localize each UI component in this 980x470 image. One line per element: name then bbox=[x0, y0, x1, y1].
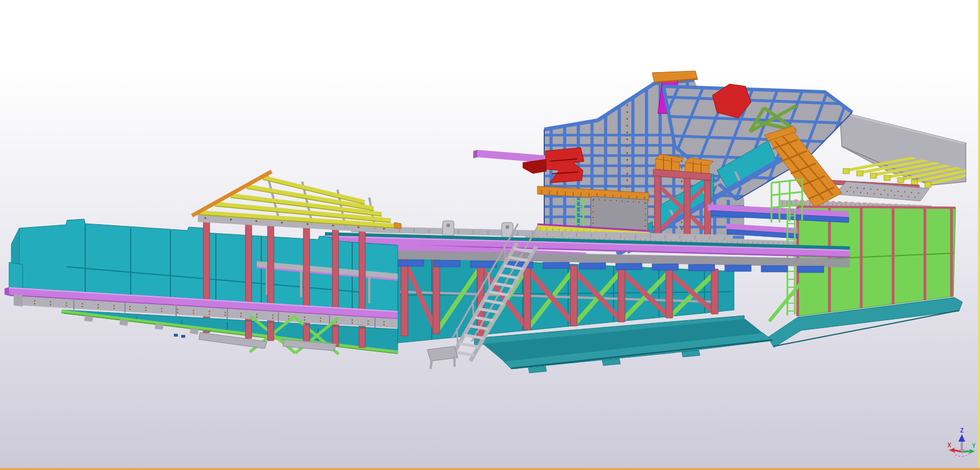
axis-x-label: X bbox=[948, 442, 952, 448]
axis-y-label: Y bbox=[972, 443, 976, 449]
axis-x-arm bbox=[954, 450, 962, 452]
model-canvas[interactable]: Z X Y bbox=[0, 0, 980, 470]
window-edge-bottom bbox=[0, 468, 980, 470]
axis-y-arm bbox=[962, 451, 970, 452]
axis-z-arrowhead-icon bbox=[958, 434, 965, 442]
cad-viewport-3d[interactable]: Z X Y bbox=[0, 0, 980, 470]
window-edge-right bbox=[978, 0, 980, 470]
part-canopy-roof[interactable] bbox=[192, 171, 401, 233]
axis-x-arrowhead-icon bbox=[949, 448, 954, 452]
axis-y-arrowhead-icon bbox=[970, 449, 975, 454]
axis-triad: Z X Y bbox=[948, 427, 976, 456]
axis-z-label: Z bbox=[960, 427, 964, 434]
